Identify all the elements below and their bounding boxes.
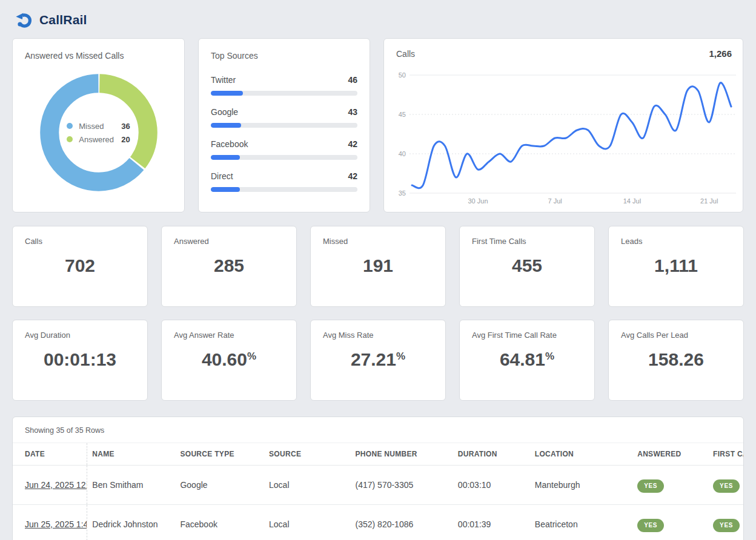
stat-label: First Time Calls	[472, 237, 582, 246]
source-value: 43	[348, 107, 357, 117]
table-row: Jun 24, 2025 12:23 PBen SmithamGoogleLoc…	[13, 466, 743, 505]
app-title: CallRail	[39, 13, 87, 27]
stat-value: 285	[174, 255, 284, 276]
stat-card-answered: Answered 285	[161, 226, 297, 307]
stats-row-averages: Avg Duration 00:01:13Avg Answer Rate 40.…	[12, 320, 744, 401]
call-date-link[interactable]: Jun 25, 2025 1:41 A	[25, 519, 87, 529]
source-bar	[211, 155, 240, 160]
stat-value: 702	[25, 255, 135, 276]
svg-text:35: 35	[399, 189, 406, 197]
cell-name: Ben Smitham	[87, 466, 176, 505]
table-row: Jun 25, 2025 1:41 ADedrick JohnstonFaceb…	[13, 505, 743, 540]
svg-text:7 Jul: 7 Jul	[548, 197, 562, 205]
cell-location: Beatriceton	[530, 505, 632, 540]
source-label: Google	[211, 107, 238, 117]
source-label: Twitter	[211, 75, 236, 85]
stats-row-counts: Calls 702Answered 285Missed 191First Tim…	[12, 226, 744, 307]
stat-card-avg-first-time-call-rate: Avg First Time Call Rate 64.81%	[459, 320, 595, 401]
donut-panel-title: Answered vs Missed Calls	[25, 51, 172, 61]
charts-row: Answered vs Missed Calls Missed 36 Answe…	[12, 38, 744, 212]
top-sources-panel: Top Sources Twitter 46 Google 43 Faceboo…	[198, 38, 370, 212]
legend-item-answered: Answered 20	[67, 135, 130, 144]
stat-card-first-time-calls: First Time Calls 455	[459, 226, 595, 307]
legend-label: Missed	[79, 122, 121, 131]
cell-source-type: Facebook	[175, 505, 264, 540]
table-header-row: DATENAMESOURCE TYPESOURCEPHONE NUMBERDUR…	[13, 443, 743, 466]
legend-label: Answered	[79, 135, 121, 144]
calls-total-value: 1,266	[709, 48, 732, 59]
cell-location: Manteburgh	[530, 466, 632, 505]
stat-value: 1,111	[621, 255, 731, 276]
column-header-source-type: SOURCE TYPE	[175, 443, 264, 466]
source-bar-track	[211, 155, 357, 160]
call-date-link[interactable]: Jun 24, 2025 12:23 P	[25, 480, 87, 490]
stat-label: Missed	[323, 237, 433, 246]
legend-dot	[67, 123, 73, 129]
svg-text:21 Jul: 21 Jul	[700, 197, 718, 205]
stat-value: 40.60%	[174, 349, 284, 370]
cell-source: Local	[264, 466, 350, 505]
calls-line-chart: 5045403530 Jun7 Jul14 Jul21 Jul	[384, 39, 743, 212]
source-row-direct: Direct 42	[211, 171, 357, 192]
source-row-facebook: Facebook 42	[211, 139, 357, 160]
source-row-twitter: Twitter 46	[211, 75, 357, 96]
stat-card-avg-answer-rate: Avg Answer Rate 40.60%	[161, 320, 297, 401]
stat-value: 158.26	[621, 349, 731, 370]
source-bar	[211, 123, 241, 128]
calls-line	[412, 83, 731, 188]
source-bar	[211, 187, 240, 192]
cell-source: Local	[264, 505, 350, 540]
stat-value: 455	[472, 255, 582, 276]
source-bar-track	[211, 187, 357, 192]
cell-phone: (352) 820-1086	[351, 505, 453, 540]
column-header-source: SOURCE	[264, 443, 350, 466]
stat-label: Avg Calls Per Lead	[621, 331, 731, 340]
app-header: CallRail	[12, 8, 744, 38]
answered-badge: YES	[637, 479, 664, 493]
dashboard-page: CallRail Answered vs Missed Calls Missed…	[0, 0, 756, 540]
sources-panel-title: Top Sources	[211, 51, 357, 61]
cell-source-type: Google	[175, 466, 264, 505]
stat-value: 00:01:13	[25, 349, 135, 370]
svg-text:45: 45	[399, 111, 406, 118]
calls-table-card: Showing 35 of 35 Rows DATENAMESOURCE TYP…	[12, 417, 744, 540]
line-panel-title: Calls	[396, 49, 415, 59]
stat-value: 27.21%	[323, 349, 433, 370]
column-header-duration: DURATION	[453, 443, 530, 466]
column-header-first-call: FIRST CALL	[708, 443, 743, 466]
stat-card-avg-calls-per-lead: Avg Calls Per Lead 158.26	[608, 320, 744, 401]
column-header-answered: ANSWERED	[632, 443, 708, 466]
column-header-phone-number: PHONE NUMBER	[351, 443, 453, 466]
source-value: 42	[348, 139, 357, 149]
legend-dot	[67, 136, 73, 142]
source-row-google: Google 43	[211, 107, 357, 128]
stat-value: 64.81%	[472, 349, 582, 370]
calls-trend-panel: Calls 1,266 5045403530 Jun7 Jul14 Jul21 …	[383, 38, 743, 212]
callrail-logo-icon	[15, 11, 33, 29]
stat-label: Avg Duration	[25, 331, 135, 340]
stat-label: Avg Answer Rate	[174, 331, 284, 340]
svg-text:40: 40	[399, 150, 406, 157]
column-header-name: NAME	[87, 443, 176, 466]
stat-card-calls: Calls 702	[12, 226, 148, 307]
stat-label: Answered	[174, 237, 284, 246]
sources-list: Twitter 46 Google 43 Facebook 42 Direct …	[211, 75, 357, 192]
stat-value: 191	[323, 255, 433, 276]
column-header-date: DATE	[13, 443, 87, 466]
legend-value: 36	[121, 122, 130, 131]
stat-label: Calls	[25, 237, 135, 246]
table-row-count: Showing 35 of 35 Rows	[13, 417, 743, 443]
source-bar-track	[211, 123, 357, 128]
source-label: Direct	[211, 171, 233, 181]
stat-card-missed: Missed 191	[310, 226, 446, 307]
cell-phone: (417) 570-3305	[351, 466, 453, 505]
column-header-location: LOCATION	[530, 443, 632, 466]
answered-vs-missed-panel: Answered vs Missed Calls Missed 36 Answe…	[12, 38, 185, 212]
source-value: 46	[348, 75, 357, 85]
stat-card-avg-miss-rate: Avg Miss Rate 27.21%	[310, 320, 446, 401]
donut-legend: Missed 36 Answered 20	[35, 69, 162, 196]
answered-badge: YES	[637, 519, 664, 532]
source-bar-track	[211, 91, 357, 96]
source-bar	[211, 91, 243, 96]
stat-label: Avg First Time Call Rate	[472, 331, 582, 340]
